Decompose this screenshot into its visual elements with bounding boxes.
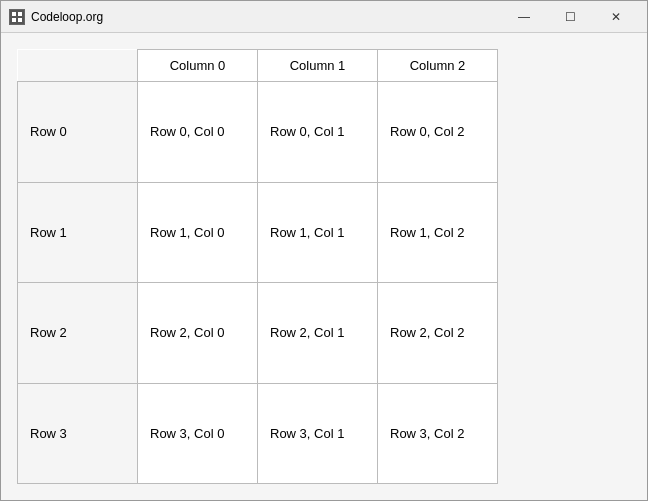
- row-label-1: Row 1: [18, 182, 138, 283]
- column-header-2: Column 2: [378, 50, 498, 82]
- table-row: Row 1Row 1, Col 0Row 1, Col 1Row 1, Col …: [18, 182, 498, 283]
- titlebar: Codeloop.org — ☐ ✕: [1, 1, 647, 33]
- cell-2-0: Row 2, Col 0: [138, 283, 258, 384]
- cell-3-1: Row 3, Col 1: [258, 383, 378, 484]
- table-row: Row 2Row 2, Col 0Row 2, Col 1Row 2, Col …: [18, 283, 498, 384]
- window-title: Codeloop.org: [31, 10, 501, 24]
- row-label-3: Row 3: [18, 383, 138, 484]
- column-header-0: Column 0: [138, 50, 258, 82]
- svg-rect-3: [12, 18, 16, 22]
- app-icon: [9, 9, 25, 25]
- table-row: Row 0Row 0, Col 0Row 0, Col 1Row 0, Col …: [18, 82, 498, 183]
- data-table: Column 0 Column 1 Column 2 Row 0Row 0, C…: [17, 49, 498, 484]
- maximize-button[interactable]: ☐: [547, 1, 593, 33]
- cell-0-2: Row 0, Col 2: [378, 82, 498, 183]
- cell-3-0: Row 3, Col 0: [138, 383, 258, 484]
- close-button[interactable]: ✕: [593, 1, 639, 33]
- cell-0-1: Row 0, Col 1: [258, 82, 378, 183]
- table-row: Row 3Row 3, Col 0Row 3, Col 1Row 3, Col …: [18, 383, 498, 484]
- row-label-2: Row 2: [18, 283, 138, 384]
- minimize-button[interactable]: —: [501, 1, 547, 33]
- cell-1-0: Row 1, Col 0: [138, 182, 258, 283]
- row-label-0: Row 0: [18, 82, 138, 183]
- svg-rect-1: [12, 12, 16, 16]
- window-controls: — ☐ ✕: [501, 1, 639, 33]
- cell-0-0: Row 0, Col 0: [138, 82, 258, 183]
- cell-2-2: Row 2, Col 2: [378, 283, 498, 384]
- cell-3-2: Row 3, Col 2: [378, 383, 498, 484]
- cell-1-2: Row 1, Col 2: [378, 182, 498, 283]
- svg-rect-4: [18, 18, 22, 22]
- app-window: Codeloop.org — ☐ ✕ Column 0 Column 1 Col…: [0, 0, 648, 501]
- cell-2-1: Row 2, Col 1: [258, 283, 378, 384]
- svg-rect-2: [18, 12, 22, 16]
- cell-1-1: Row 1, Col 1: [258, 182, 378, 283]
- column-header-1: Column 1: [258, 50, 378, 82]
- main-content: Column 0 Column 1 Column 2 Row 0Row 0, C…: [1, 33, 647, 500]
- corner-cell: [18, 50, 138, 82]
